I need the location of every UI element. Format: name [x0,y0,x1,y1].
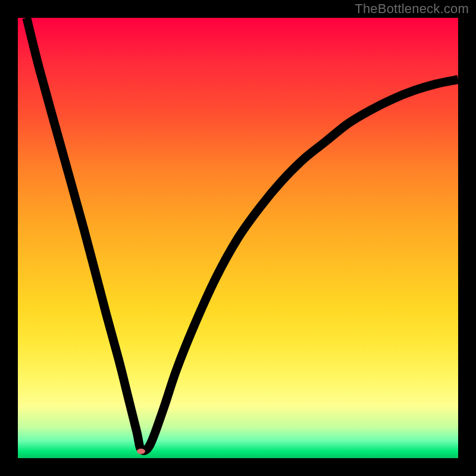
plot-area [18,18,458,458]
bottleneck-curve [27,18,458,450]
chart-frame: TheBottleneck.com [0,0,476,476]
attribution-text: TheBottleneck.com [355,1,469,17]
curve-layer [18,18,458,458]
